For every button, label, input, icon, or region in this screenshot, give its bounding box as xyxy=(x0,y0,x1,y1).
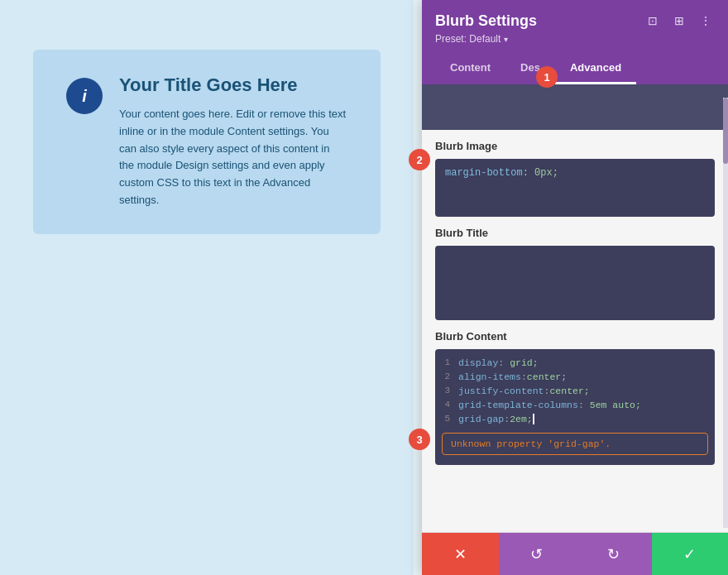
tab-advanced[interactable]: Advanced xyxy=(555,53,636,84)
preset-line[interactable]: Preset: Default ▾ xyxy=(435,33,715,45)
redo-button[interactable]: ↻ xyxy=(575,533,652,575)
preset-dropdown-arrow: ▾ xyxy=(504,35,508,44)
expand-icon[interactable]: ⊡ xyxy=(644,12,662,30)
blurb-icon: i xyxy=(66,78,103,114)
css-error-message: Unknown property 'grid-gap'. xyxy=(442,433,708,455)
undo-button[interactable]: ↺ xyxy=(499,533,576,575)
css-line-3-text: justify-content:center; xyxy=(458,386,715,396)
step-badge-1: 1 xyxy=(536,66,558,88)
save-button[interactable]: ✓ xyxy=(652,533,729,575)
css-margin-bottom-val: 0px; xyxy=(534,167,558,179)
css-line-1-text: display: grid; xyxy=(458,357,715,368)
tabs-row: Content Des Advanced xyxy=(435,53,715,84)
css-line-3: 3 justify-content:center; xyxy=(435,384,715,398)
blurb-body: Your content goes here. Edit or remove t… xyxy=(119,106,347,209)
css-line-5: 5 grid-gap:2em; xyxy=(435,412,715,426)
css-line-2-text: align-items:center; xyxy=(458,371,715,382)
css-line-1: 1 display: grid; xyxy=(435,356,715,370)
blurb-title-css-editor[interactable] xyxy=(435,246,715,320)
settings-header-top: Blurb Settings ⊡ ⊞ ⋮ xyxy=(435,12,715,30)
css-line-4-text: grid-template-columns: 5em auto; xyxy=(458,400,715,410)
blurb-title-section-label: Blurb Title xyxy=(422,217,728,246)
step-badge-3: 3 xyxy=(409,429,430,450)
blurb-card: i Your Title Goes Here Your content goes… xyxy=(33,50,381,234)
css-line-5-text: grid-gap:2em; xyxy=(458,414,715,424)
action-bar: ✕ ↺ ↻ ✓ xyxy=(422,532,728,575)
grid-icon[interactable]: ⊞ xyxy=(670,12,688,30)
settings-header: Blurb Settings ⊡ ⊞ ⋮ Preset: Default ▾ C… xyxy=(422,0,728,84)
blurb-content-css-editor[interactable]: 1 display: grid; 2 align-items:center; 3… xyxy=(435,349,715,465)
preset-label: Preset: Default xyxy=(435,33,500,45)
settings-panel-title: Blurb Settings xyxy=(435,12,537,30)
blurb-image-label: Blurb Image xyxy=(422,130,728,159)
blurb-text-content: Your Title Goes Here Your content goes h… xyxy=(119,74,347,209)
css-block-top-partial xyxy=(422,84,728,130)
blurb-image-css-editor[interactable]: margin-bottom: 0px; xyxy=(435,159,715,217)
more-options-icon[interactable]: ⋮ xyxy=(697,12,715,30)
settings-panel: Blurb Settings ⊡ ⊞ ⋮ Preset: Default ▾ C… xyxy=(422,0,728,575)
css-line-2: 2 align-items:center; xyxy=(435,370,715,384)
blurb-title: Your Title Goes Here xyxy=(119,74,347,96)
step-badge-2: 2 xyxy=(409,149,430,170)
cancel-button[interactable]: ✕ xyxy=(422,533,499,575)
blurb-content-section-label: Blurb Content xyxy=(422,320,728,349)
tab-content[interactable]: Content xyxy=(435,53,505,84)
css-margin-bottom-prop: margin-bottom xyxy=(445,167,523,179)
header-icons: ⊡ ⊞ ⋮ xyxy=(644,12,715,30)
css-line-4: 4 grid-template-columns: 5em auto; xyxy=(435,398,715,412)
scrollbar-thumb[interactable] xyxy=(723,98,728,164)
settings-body[interactable]: Blurb Image margin-bottom: 0px; Blurb Ti… xyxy=(422,84,728,532)
preview-area: i Your Title Goes Here Your content goes… xyxy=(0,0,414,575)
